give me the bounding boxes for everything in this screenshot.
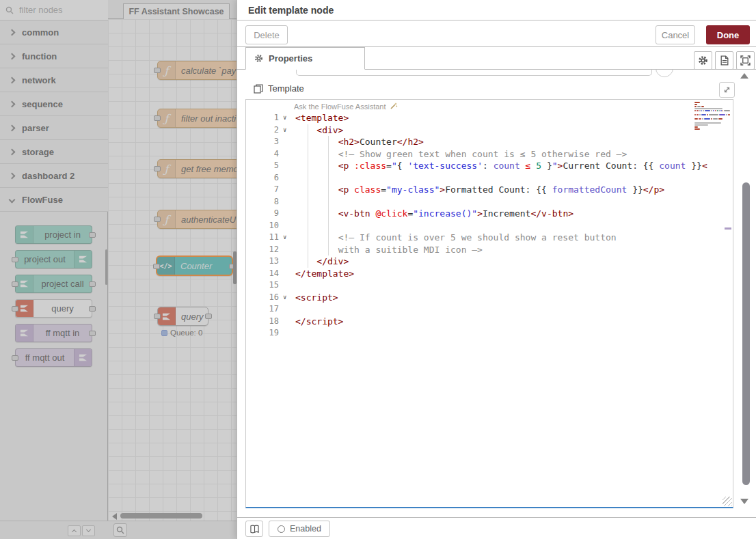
palette-category-function[interactable]: function (0, 44, 108, 68)
code-text: <h2>Counter</h2> (295, 136, 424, 148)
input-port[interactable] (154, 68, 161, 73)
palette-node-label: ff mqtt in (33, 324, 92, 342)
editor-resize-grip[interactable] (723, 497, 732, 506)
flow-node-calculate-pay[interactable]: ƒcalculate `pay (157, 61, 237, 80)
chevron-down-icon (86, 527, 91, 532)
node-red-editor: commonfunctionnetworksequenceparserstora… (0, 0, 756, 539)
node-label: query (176, 307, 204, 325)
tab-properties[interactable]: Properties (245, 47, 365, 70)
palette-category-storage[interactable]: storage (0, 140, 108, 164)
input-port[interactable] (153, 264, 160, 269)
appearance-icon-button[interactable] (736, 51, 755, 70)
enabled-toggle-button[interactable]: Enabled (269, 521, 330, 537)
code-line-13: 13 </div> (246, 255, 733, 268)
chevron-right-icon (9, 100, 16, 107)
code-line-3: 3 <h2>Counter</h2> (246, 136, 733, 148)
palette-node-label: ff mqtt out (16, 349, 74, 366)
search-input[interactable] (18, 4, 100, 16)
palette-category-label: common (22, 27, 59, 38)
expand-all-button[interactable] (82, 525, 95, 536)
palette-category-network[interactable]: network (0, 68, 108, 92)
output-port[interactable] (89, 306, 96, 312)
flow-tab[interactable]: FF Assistant Showcase (123, 3, 230, 19)
hscrollbar[interactable] (120, 513, 202, 519)
palette-category-label: parser (22, 123, 49, 133)
code-line-14: 14</template> (246, 268, 733, 280)
palette-node-label: project out (16, 251, 74, 268)
gear-icon (698, 55, 708, 66)
palette-node-ff-mqtt-in[interactable]: ff mqtt in (15, 324, 92, 342)
node-label: Counter (175, 257, 212, 275)
input-port[interactable] (154, 115, 161, 121)
palette-category-label: FlowFuse (22, 195, 63, 205)
tab-properties-label: Properties (269, 53, 312, 64)
assistant-hint-label: Ask the FlowFuse Assistant (294, 102, 386, 111)
output-port[interactable] (89, 281, 96, 287)
code-line-6: 6 (246, 172, 733, 184)
input-port[interactable] (154, 314, 161, 319)
description-icon-button[interactable] (715, 51, 733, 70)
code-line-15: 15 (246, 279, 733, 292)
code-line-2: 2∨ <div> (246, 124, 733, 137)
tray-scroll-down-arrow[interactable] (740, 499, 748, 504)
flow-node-filter-out-inacti[interactable]: ƒfilter out inacti (157, 109, 237, 128)
palette-node-project-in[interactable]: project in (15, 225, 92, 244)
tray-scrollbar-thumb[interactable] (742, 182, 750, 485)
palette-node-query[interactable]: query (15, 299, 92, 318)
template-field-label: Template (268, 83, 304, 94)
fold-arrow-icon[interactable]: ∨ (283, 292, 286, 304)
assistant-hint[interactable]: Ask the FlowFuse Assistant (294, 102, 398, 111)
chevron-right-icon (9, 124, 16, 131)
node-help-button[interactable] (245, 521, 263, 537)
enabled-circle-icon (278, 525, 285, 533)
palette-category-parser[interactable]: parser (0, 116, 108, 140)
fold-arrow-icon[interactable]: ∨ (283, 124, 286, 137)
palette-node-project-out[interactable]: project out (15, 250, 92, 268)
code-text: <div> (295, 124, 343, 137)
tray-scroll-up-arrow[interactable] (740, 73, 748, 79)
hscroll-left-arrow[interactable] (112, 513, 117, 520)
output-port[interactable] (89, 331, 96, 336)
flow-node-query[interactable]: query (157, 307, 208, 326)
palette-scrollbar[interactable] (105, 249, 107, 285)
palette-category-sequence[interactable]: sequence (0, 92, 108, 116)
input-port[interactable] (12, 257, 18, 262)
code-text: <!— If count is over 5 we should show a … (295, 232, 617, 244)
line-number: 4 (246, 148, 279, 161)
code-line-8: 8 (246, 196, 733, 208)
palette-node-project-call[interactable]: project call (15, 275, 92, 293)
code-editor[interactable]: 1∨<template>2∨ <div>3 <h2>Counter</h2>4 … (245, 99, 733, 508)
properties-icon-button[interactable] (694, 51, 712, 70)
code-text: <p :class="{ 'text-success': count ≤ 5 }… (295, 160, 707, 172)
flow-node-get-free-memo[interactable]: ƒget free memo (157, 159, 237, 178)
output-port[interactable] (89, 232, 96, 238)
output-port[interactable] (205, 314, 212, 319)
palette-node-label: project call (33, 275, 92, 292)
palette-node-ff-mqtt-out[interactable]: ff mqtt out (15, 348, 92, 367)
flow-node-counter[interactable]: </>Counter (156, 255, 233, 276)
input-port[interactable] (12, 281, 18, 287)
input-port[interactable] (12, 306, 18, 312)
input-port[interactable] (154, 166, 161, 171)
delete-button[interactable]: Delete (245, 25, 288, 44)
code-line-9: 9 <v-btn @click="increase()">Increment</… (246, 208, 733, 220)
code-text: <v-btn @click="increase()">Increment</v-… (295, 208, 573, 220)
flowfuse-icon (74, 251, 92, 268)
fold-arrow-icon[interactable]: ∨ (283, 232, 286, 244)
fold-arrow-icon[interactable]: ∨ (283, 112, 286, 124)
flow-node-authenticateu[interactable]: ƒauthenticateU (157, 210, 237, 229)
search-flows-button[interactable] (113, 523, 127, 537)
palette-category-flowfuse[interactable]: FlowFuse (0, 188, 108, 212)
expand-editor-button[interactable] (719, 82, 735, 98)
collapse-all-button[interactable] (68, 525, 81, 536)
palette-category-common[interactable]: common (0, 20, 108, 44)
palette-category-dashboard-2[interactable]: dashboard 2 (0, 164, 108, 188)
palette-flowfuse-nodes: project inproject outproject callqueryff… (15, 225, 92, 373)
palette-search[interactable] (0, 0, 108, 20)
done-button[interactable]: Done (706, 25, 750, 44)
cancel-button[interactable]: Cancel (656, 25, 695, 44)
input-port[interactable] (12, 355, 18, 361)
minimap[interactable] (694, 102, 730, 136)
code-line-17: 17 (246, 303, 733, 316)
input-port[interactable] (154, 217, 161, 222)
